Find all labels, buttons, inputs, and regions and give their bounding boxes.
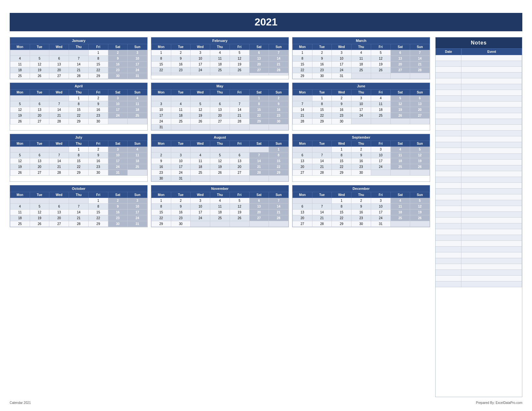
cal-day bbox=[108, 119, 128, 124]
cal-day: 12 bbox=[410, 204, 430, 210]
cal-day: 14 bbox=[312, 210, 332, 215]
cal-day: 25 bbox=[390, 164, 410, 170]
cal-day bbox=[269, 124, 289, 130]
cal-day: 21 bbox=[293, 113, 312, 119]
day-header-fri: Fri bbox=[88, 90, 108, 95]
cal-day: 24 bbox=[351, 113, 371, 119]
cal-day: 12 bbox=[230, 204, 249, 210]
note-row bbox=[436, 119, 522, 125]
cal-day bbox=[210, 176, 230, 181]
cal-day: 1 bbox=[312, 95, 332, 101]
cal-day: 21 bbox=[49, 113, 69, 119]
cal-day bbox=[249, 73, 269, 75]
cal-day: 19 bbox=[371, 62, 390, 67]
month-december: DecemberMonTueWedThuFriSatSun12345678910… bbox=[292, 185, 430, 227]
note-date-cell bbox=[436, 206, 461, 211]
cal-day: 9 bbox=[152, 158, 171, 164]
cal-day: 17 bbox=[191, 210, 210, 215]
main-content: JanuaryMonTueWedThuFriSatSun123456789101… bbox=[10, 37, 522, 397]
cal-day: 25 bbox=[128, 164, 147, 170]
day-header-wed: Wed bbox=[191, 192, 210, 198]
cal-table-may: MonTueWedThuFriSatSun1234567891011121314… bbox=[151, 89, 289, 130]
cal-day: 21 bbox=[269, 62, 289, 67]
cal-day: 23 bbox=[312, 67, 332, 73]
cal-day bbox=[10, 198, 30, 204]
cal-day: 19 bbox=[10, 113, 30, 119]
note-date-cell bbox=[436, 136, 461, 142]
cal-day bbox=[191, 221, 210, 227]
cal-day: 1 bbox=[152, 198, 171, 204]
day-header-wed: Wed bbox=[191, 90, 210, 95]
cal-day: 1 bbox=[293, 50, 312, 56]
note-date-cell bbox=[436, 125, 461, 130]
cal-day: 22 bbox=[332, 164, 351, 170]
note-date-cell bbox=[436, 142, 461, 148]
cal-day bbox=[10, 95, 30, 101]
cal-day: 24 bbox=[128, 215, 147, 221]
day-header-sat: Sat bbox=[249, 141, 269, 147]
notes-header-row: Date Event bbox=[436, 48, 522, 55]
month-april: AprilMonTueWedThuFriSatSun12345678910111… bbox=[10, 83, 148, 131]
cal-day: 10 bbox=[171, 158, 191, 164]
cal-day: 2 bbox=[152, 152, 171, 158]
note-row bbox=[436, 189, 522, 194]
cal-day: 18 bbox=[10, 67, 30, 73]
day-header-mon: Mon bbox=[293, 90, 312, 95]
cal-day: 2 bbox=[108, 50, 128, 56]
cal-day: 21 bbox=[312, 164, 332, 170]
cal-day: 7 bbox=[410, 50, 430, 56]
month-july: JulyMonTueWedThuFriSatSun123456789101112… bbox=[10, 134, 148, 182]
day-header-mon: Mon bbox=[10, 44, 30, 50]
cal-day: 8 bbox=[69, 152, 89, 158]
note-event-cell bbox=[461, 229, 522, 235]
note-date-cell bbox=[436, 252, 461, 258]
cal-day: 24 bbox=[332, 67, 351, 73]
cal-day: 9 bbox=[312, 56, 332, 62]
cal-day: 27 bbox=[390, 67, 410, 73]
cal-day: 10 bbox=[108, 101, 128, 107]
cal-day: 21 bbox=[269, 210, 289, 215]
cal-day: 9 bbox=[171, 204, 191, 210]
cal-day: 8 bbox=[312, 101, 332, 107]
day-header-fri: Fri bbox=[371, 141, 390, 147]
day-header-fri: Fri bbox=[230, 141, 249, 147]
note-date-cell bbox=[436, 212, 461, 217]
cal-day: 20 bbox=[30, 164, 49, 170]
note-date-cell bbox=[436, 218, 461, 223]
cal-day: 31 bbox=[128, 221, 147, 227]
day-header-thu: Thu bbox=[69, 141, 89, 147]
cal-day: 14 bbox=[249, 158, 269, 164]
cal-day: 15 bbox=[332, 210, 351, 215]
day-header-mon: Mon bbox=[293, 141, 312, 147]
cal-day: 30 bbox=[312, 73, 332, 79]
cal-day: 2 bbox=[269, 95, 289, 101]
month-title-january: January bbox=[10, 37, 147, 44]
cal-day bbox=[171, 73, 191, 75]
month-november: NovemberMonTueWedThuFriSatSun12345678910… bbox=[151, 185, 289, 227]
cal-day: 29 bbox=[69, 119, 89, 124]
cal-day: 9 bbox=[171, 56, 191, 62]
cal-table-july: MonTueWedThuFriSatSun1234567891011121314… bbox=[10, 141, 147, 176]
cal-day bbox=[210, 95, 230, 101]
cal-day bbox=[269, 221, 289, 227]
cal-day: 3 bbox=[171, 152, 191, 158]
notes-event-header: Event bbox=[461, 48, 522, 55]
cal-day: 18 bbox=[371, 107, 390, 113]
cal-day: 22 bbox=[269, 164, 289, 170]
cal-day: 2 bbox=[88, 147, 108, 152]
cal-day: 13 bbox=[230, 158, 249, 164]
note-row bbox=[436, 113, 522, 119]
day-header-tue: Tue bbox=[30, 44, 49, 50]
note-event-cell bbox=[461, 96, 522, 101]
day-header-mon: Mon bbox=[10, 192, 30, 198]
cal-day: 6 bbox=[390, 50, 410, 56]
cal-day: 21 bbox=[230, 113, 249, 119]
cal-day: 7 bbox=[249, 152, 269, 158]
day-header-fri: Fri bbox=[230, 44, 249, 50]
cal-day: 30 bbox=[332, 119, 351, 124]
cal-day: 23 bbox=[351, 215, 371, 221]
cal-day: 1 bbox=[152, 50, 171, 56]
note-row bbox=[436, 61, 522, 67]
cal-day bbox=[171, 95, 191, 101]
cal-day bbox=[69, 50, 89, 56]
